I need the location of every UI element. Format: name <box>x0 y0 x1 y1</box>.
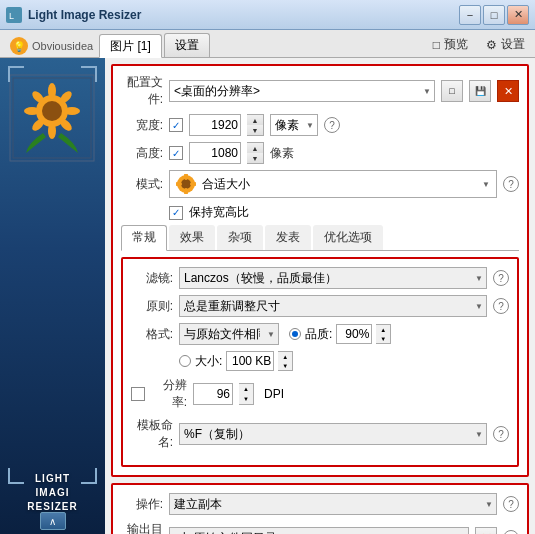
height-input[interactable]: 1080 <box>189 142 241 164</box>
template-label: 模板命名: <box>131 417 173 451</box>
svg-point-6 <box>42 101 62 121</box>
dpi-increment[interactable]: ▲ <box>239 384 253 394</box>
principle-select-wrapper: 总是重新调整尺寸 <box>179 295 487 317</box>
quality-radio[interactable] <box>289 328 301 340</box>
quality-spinner[interactable]: ▲ ▼ <box>376 324 391 344</box>
width-input[interactable]: 1920 <box>189 114 241 136</box>
format-select-wrapper: 与原始文件相同 <box>179 323 279 345</box>
output-dir-help-icon[interactable]: ? <box>503 530 519 534</box>
size-group: 大小: ▲ ▼ <box>179 351 293 371</box>
preview-icon: □ <box>433 38 440 52</box>
format-row: 格式: 与原始文件相同 品质: ▲ ▼ <box>131 323 509 345</box>
template-help-icon[interactable]: ? <box>493 426 509 442</box>
height-decrement[interactable]: ▼ <box>247 153 263 163</box>
height-spinner[interactable]: ▲ ▼ <box>247 142 264 164</box>
keep-ratio-label: 保持宽高比 <box>189 204 249 221</box>
size-decrement[interactable]: ▼ <box>278 361 292 370</box>
output-dir-folder-icon[interactable]: 📁 <box>475 527 497 534</box>
tab-settings[interactable]: 设置 <box>164 33 210 57</box>
tab-effects[interactable]: 效果 <box>169 225 215 250</box>
size-input[interactable] <box>226 351 274 371</box>
minimize-button[interactable]: − <box>459 5 481 25</box>
mode-icon <box>176 174 196 194</box>
quality-group: 品质: ▲ ▼ <box>289 324 391 344</box>
keep-ratio-checkbox[interactable]: ✓ <box>169 206 183 220</box>
size-radio[interactable] <box>179 355 191 367</box>
output-dir-select[interactable]: <与原始文件同目录> <box>169 527 469 534</box>
svg-point-9 <box>24 107 40 115</box>
operation-select[interactable]: 建立副本 <box>169 493 497 515</box>
mode-help-icon[interactable]: ? <box>503 176 519 192</box>
mode-label: 模式: <box>121 176 163 193</box>
dpi-input[interactable] <box>193 383 233 405</box>
format-select[interactable]: 与原始文件相同 <box>179 323 279 345</box>
size-spinner[interactable]: ▲ ▼ <box>278 351 293 371</box>
template-row: 模板命名: %F（复制） ? <box>131 417 509 451</box>
output-dir-row: 输出目录: <与原始文件同目录> 📁 ? <box>121 521 519 534</box>
logo-text: Obviousidea <box>32 40 93 52</box>
mode-row: 模式: 合适大小 ▼ ? <box>121 170 519 198</box>
operation-help-icon[interactable]: ? <box>503 496 519 512</box>
width-increment[interactable]: ▲ <box>247 115 263 125</box>
config-file-new-icon[interactable]: □ <box>441 80 463 102</box>
width-decrement[interactable]: ▼ <box>247 125 263 135</box>
width-checkbox[interactable]: ✓ <box>169 118 183 132</box>
output-dir-label: 输出目录: <box>121 521 163 534</box>
svg-text:L: L <box>9 11 14 21</box>
quality-label: 品质: <box>305 326 332 343</box>
config-section: 配置文件: <桌面的分辨率> □ 💾 ✕ 宽度: ✓ 1920 ▲ ▼ <box>111 64 529 477</box>
right-panel: 配置文件: <桌面的分辨率> □ 💾 ✕ 宽度: ✓ 1920 ▲ ▼ <box>105 58 535 534</box>
inner-tab-bar: 常规 效果 杂项 发表 优化选项 <box>121 225 519 251</box>
app-logo: 💡 Obviousidea <box>4 35 99 57</box>
config-file-select[interactable]: <桌面的分辨率> <box>169 80 435 102</box>
maximize-button[interactable]: □ <box>483 5 505 25</box>
settings-button[interactable]: ⚙ 设置 <box>480 34 531 55</box>
config-file-label: 配置文件: <box>121 74 163 108</box>
width-spinner[interactable]: ▲ ▼ <box>247 114 264 136</box>
operation-label: 操作: <box>121 496 163 513</box>
mode-select-display[interactable]: 合适大小 ▼ <box>169 170 497 198</box>
gear-icon: ⚙ <box>486 38 497 52</box>
height-checkbox[interactable]: ✓ <box>169 146 183 160</box>
filter-help-icon[interactable]: ? <box>493 270 509 286</box>
config-file-delete-icon[interactable]: ✕ <box>497 80 519 102</box>
tab-optimize[interactable]: 优化选项 <box>313 225 383 250</box>
filter-select[interactable]: Lanczos（较慢，品质最佳） <box>179 267 487 289</box>
logo-icon: 💡 <box>10 37 28 55</box>
sub-section: 滤镜: Lanczos（较慢，品质最佳） ? 原则: 总是重新调整尺寸 <box>121 257 519 467</box>
tab-general[interactable]: 常规 <box>121 225 167 251</box>
filter-label: 滤镜: <box>131 270 173 287</box>
filter-select-wrapper: Lanczos（较慢，品质最佳） <box>179 267 487 289</box>
height-label: 高度: <box>121 145 163 162</box>
tab-images[interactable]: 图片 [1] <box>99 34 162 58</box>
config-file-select-wrapper: <桌面的分辨率> <box>169 80 435 102</box>
size-increment[interactable]: ▲ <box>278 352 292 361</box>
preview-button[interactable]: □ 预览 <box>427 34 474 55</box>
principle-label: 原则: <box>131 298 173 315</box>
left-panel-background <box>0 58 105 534</box>
principle-help-icon[interactable]: ? <box>493 298 509 314</box>
height-row: 高度: ✓ 1080 ▲ ▼ 像素 <box>121 142 519 164</box>
app-icon: L <box>6 7 22 23</box>
template-select-wrapper: %F（复制） <box>179 423 487 445</box>
quality-decrement[interactable]: ▼ <box>376 334 390 343</box>
config-file-save-icon[interactable]: 💾 <box>469 80 491 102</box>
height-increment[interactable]: ▲ <box>247 143 263 153</box>
tab-misc[interactable]: 杂项 <box>217 225 263 250</box>
toolbar-right: □ 预览 ⚙ 设置 <box>427 34 531 57</box>
dpi-decrement[interactable]: ▼ <box>239 394 253 404</box>
dpi-checkbox[interactable] <box>131 387 145 401</box>
tab-publish[interactable]: 发表 <box>265 225 311 250</box>
width-unit-select[interactable]: 像素 <box>270 114 318 136</box>
quality-increment[interactable]: ▲ <box>376 325 390 334</box>
dpi-spinner[interactable]: ▲ ▼ <box>239 383 254 405</box>
principle-select[interactable]: 总是重新调整尺寸 <box>179 295 487 317</box>
tab-bar: 💡 Obviousidea 图片 [1] 设置 □ 预览 ⚙ 设置 <box>0 30 535 58</box>
width-help-icon[interactable]: ? <box>324 117 340 133</box>
mode-dropdown-arrow: ▼ <box>482 180 490 189</box>
svg-point-10 <box>64 107 80 115</box>
template-select[interactable]: %F（复制） <box>179 423 487 445</box>
quality-input[interactable] <box>336 324 372 344</box>
nav-arrow-button[interactable]: ∧ <box>40 512 66 530</box>
close-button[interactable]: ✕ <box>507 5 529 25</box>
